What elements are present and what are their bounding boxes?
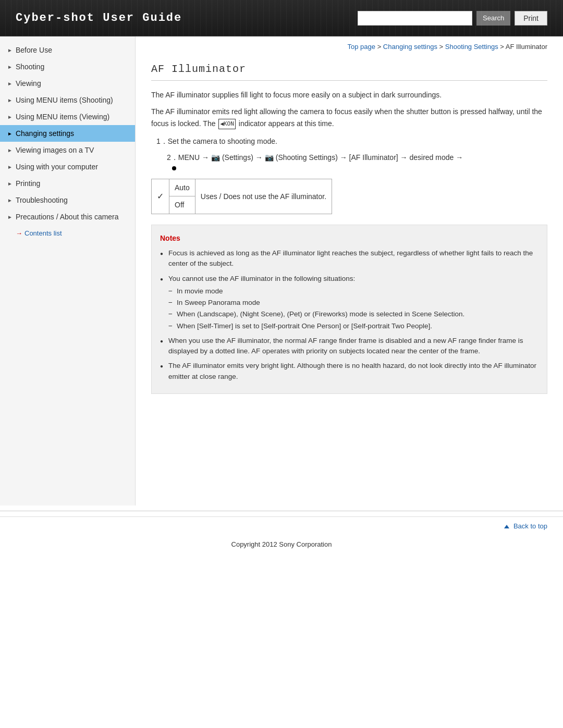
copyright: Copyright 2012 Sony Corporation (0, 535, 563, 553)
contents-list-label: Contents list (25, 229, 62, 237)
kon-indicator-icon: ◀KON (218, 119, 236, 129)
breadcrumb-top[interactable]: Top page (348, 43, 376, 51)
notes-title: Notes (160, 232, 538, 244)
settings-table: ✓ Auto Uses / Does not use the AF illumi… (151, 179, 332, 214)
settings-icon: 📷 (211, 152, 220, 163)
sidebar-item-9[interactable]: ►Troubleshooting (0, 192, 135, 208)
breadcrumb-sep1: > (377, 43, 383, 51)
intro2-text: The AF illuminator emits red light allow… (151, 107, 542, 127)
steps-list: 1．Set the camera to shooting mode. 2．MEN… (151, 135, 547, 170)
sidebar-label-3: Using MENU items (Shooting) (16, 96, 113, 104)
menu-instruction: 2．MENU → 📷 (Settings) → 📷 (Shooting Sett… (167, 152, 547, 163)
triangle-up-icon (504, 525, 509, 528)
content-body: The AF illuminator supplies fill light t… (151, 89, 547, 394)
step2c-text: (Shooting Settings) → [AF Illuminator] →… (276, 152, 463, 163)
sidebar-arrow-4: ► (7, 114, 13, 120)
breadcrumb-shooting[interactable]: Shooting Settings (445, 43, 498, 51)
notes-list: Focus is achieved as long as the AF illu… (160, 248, 538, 382)
sidebar-item-0[interactable]: ►Before Use (0, 42, 135, 58)
search-input[interactable] (358, 11, 472, 26)
back-to-top-link[interactable]: Back to top (504, 522, 547, 530)
note-item: You cannot use the AF illuminator in the… (160, 274, 538, 331)
intro-paragraph-2: The AF illuminator emits red light allow… (151, 106, 547, 129)
header: Cyber-shot User Guide Search Print (0, 0, 563, 36)
table-row: ✓ Auto Uses / Does not use the AF illumi… (152, 179, 332, 196)
note-sublist: In movie modeIn Sweep Panorama modeWhen … (168, 286, 538, 331)
print-button[interactable]: Print (515, 11, 547, 26)
back-to-top-text: Back to top (513, 522, 547, 530)
sidebar-label-7: Using with your computer (16, 163, 98, 171)
sidebar-item-3[interactable]: ►Using MENU items (Shooting) (0, 92, 135, 108)
bullet-icon (172, 166, 176, 170)
sidebar-item-2[interactable]: ►Viewing (0, 75, 135, 92)
sidebar: ►Before Use►Shooting►Viewing►Using MENU … (0, 36, 136, 505)
note-item: The AF illuminator emits very bright lig… (160, 361, 538, 382)
notes-box: Notes Focus is achieved as long as the A… (151, 225, 547, 394)
breadcrumb: Top page > Changing settings > Shooting … (151, 36, 547, 56)
sidebar-label-2: Viewing (16, 79, 41, 88)
note-subitem: When (Landscape), (Night Scene), (Pet) o… (168, 309, 538, 319)
sidebar-arrow-3: ► (7, 97, 13, 103)
sidebar-arrow-8: ► (7, 181, 13, 187)
sidebar-label-6: Viewing images on a TV (16, 146, 94, 154)
breadcrumb-changing[interactable]: Changing settings (383, 43, 437, 51)
footer-divider (0, 511, 563, 511)
sidebar-arrow-5: ► (7, 131, 13, 137)
sidebar-arrow-0: ► (7, 47, 13, 53)
step-1: 1．Set the camera to shooting mode. (156, 135, 547, 147)
footer: Back to top (0, 516, 563, 535)
breadcrumb-sep2: > (439, 43, 445, 51)
sidebar-arrow-10: ► (7, 214, 13, 220)
breadcrumb-current: AF Illuminator (506, 43, 547, 51)
main-content: Top page > Changing settings > Shooting … (136, 36, 563, 505)
site-title: Cyber-shot User Guide (0, 11, 182, 24)
sidebar-item-1[interactable]: ►Shooting (0, 58, 135, 75)
option-cell: Off (169, 196, 195, 214)
page-layout: ►Before Use►Shooting►Viewing►Using MENU … (0, 36, 563, 505)
sidebar-item-6[interactable]: ►Viewing images on a TV (0, 142, 135, 158)
search-button[interactable]: Search (476, 11, 510, 26)
sidebar-label-9: Troubleshooting (16, 196, 68, 204)
option-cell: Auto (169, 179, 195, 196)
breadcrumb-sep3: > (500, 43, 506, 51)
note-item: Focus is achieved as long as the AF illu… (160, 248, 538, 269)
note-item: When you use the AF illuminator, the nor… (160, 336, 538, 357)
check-cell: ✓ (152, 179, 169, 214)
sidebar-label-4: Using MENU items (Viewing) (16, 113, 109, 121)
page-title: AF Illuminator (151, 56, 547, 81)
sidebar-label-5: Changing settings (16, 129, 74, 138)
sidebar-arrow-9: ► (7, 198, 13, 203)
step2b-text: (Settings) → (222, 152, 263, 163)
step-2: 2．MENU → 📷 (Settings) → 📷 (Shooting Sett… (156, 152, 547, 170)
sidebar-arrow-7: ► (7, 164, 13, 170)
arrow-icon: → (16, 229, 22, 237)
sidebar-arrow-1: ► (7, 64, 13, 70)
contents-list-link[interactable]: →Contents list (0, 225, 135, 241)
sidebar-arrow-6: ► (7, 147, 13, 153)
note-subitem: In Sweep Panorama mode (168, 298, 538, 308)
intro3-text: indicator appears at this time. (239, 119, 334, 128)
camera-icon: 📷 (265, 152, 274, 163)
sidebar-label-8: Printing (16, 179, 40, 188)
checkmark-icon: ✓ (157, 192, 164, 201)
sidebar-label-0: Before Use (16, 46, 52, 54)
sidebar-nav: ►Before Use►Shooting►Viewing►Using MENU … (0, 42, 135, 225)
step1-text: 1．Set the camera to shooting mode. (156, 137, 277, 145)
sidebar-arrow-2: ► (7, 81, 13, 87)
step2-text: 2．MENU → (167, 152, 209, 163)
sidebar-label-10: Precautions / About this camera (16, 213, 119, 221)
header-controls: Search Print (358, 11, 563, 26)
sidebar-item-10[interactable]: ►Precautions / About this camera (0, 208, 135, 225)
sidebar-item-5[interactable]: ►Changing settings (0, 125, 135, 142)
sidebar-item-4[interactable]: ►Using MENU items (Viewing) (0, 108, 135, 125)
note-subitem: When [Self-Timer] is set to [Self-portra… (168, 321, 538, 331)
note-subitem: In movie mode (168, 286, 538, 297)
sidebar-item-7[interactable]: ►Using with your computer (0, 158, 135, 175)
sidebar-label-1: Shooting (16, 63, 44, 71)
description-cell: Uses / Does not use the AF illuminator. (195, 179, 332, 214)
intro-paragraph-1: The AF illuminator supplies fill light t… (151, 89, 547, 101)
sidebar-item-8[interactable]: ►Printing (0, 175, 135, 192)
